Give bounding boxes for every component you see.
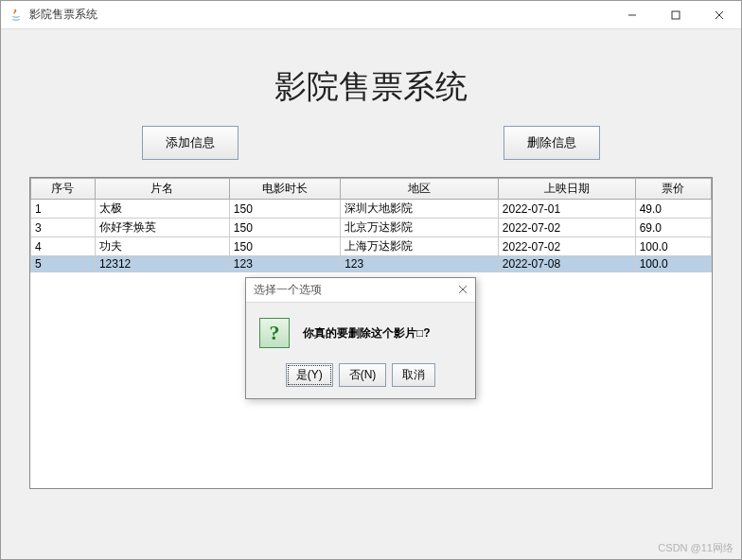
table-row[interactable]: 4功夫150上海万达影院2022-07-02100.0 [31, 237, 712, 256]
table-cell[interactable]: 上海万达影院 [341, 237, 499, 256]
yes-button[interactable]: 是(Y) [286, 363, 333, 387]
table-cell[interactable]: 功夫 [95, 237, 229, 256]
col-duration[interactable]: 电影时长 [229, 179, 340, 200]
table-cell[interactable]: 深圳大地影院 [341, 200, 499, 219]
java-icon [9, 8, 24, 23]
minimize-button[interactable] [610, 1, 654, 28]
table-cell[interactable]: 5 [31, 256, 96, 272]
close-button[interactable] [698, 1, 741, 28]
dialog-body: ? 你真的要删除这个影片□? 是(Y) 否(N) 取消 [246, 303, 475, 398]
delete-info-button[interactable]: 删除信息 [504, 126, 600, 160]
table-cell[interactable]: 4 [31, 237, 96, 256]
main-window: 影院售票系统 影院售票系统 添加信息 删除信息 序号 [0, 0, 742, 560]
table-cell[interactable]: 2022-07-02 [498, 237, 635, 256]
titlebar-left: 影院售票系统 [9, 7, 97, 23]
svg-rect-1 [672, 11, 680, 19]
cancel-button[interactable]: 取消 [392, 363, 435, 387]
table-row[interactable]: 1太极150深圳大地影院2022-07-0149.0 [31, 200, 712, 219]
table-cell[interactable]: 12312 [95, 256, 229, 272]
maximize-icon [671, 10, 680, 20]
table-header-row: 序号 片名 电影时长 地区 上映日期 票价 [31, 179, 712, 200]
dialog-message-row: ? 你真的要删除这个影片□? [259, 318, 462, 348]
close-icon [715, 10, 724, 20]
table-row[interactable]: 5123121231232022-07-08100.0 [31, 256, 712, 272]
dialog-titlebar: 选择一个选项 [246, 278, 475, 303]
titlebar: 影院售票系统 [1, 1, 741, 29]
table-cell[interactable]: 49.0 [635, 200, 711, 219]
table-cell[interactable]: 2022-07-02 [498, 219, 635, 237]
no-button[interactable]: 否(N) [339, 363, 387, 387]
table-cell[interactable]: 150 [229, 200, 340, 219]
dialog-title-text: 选择一个选项 [254, 282, 322, 298]
col-name[interactable]: 片名 [95, 179, 229, 200]
content-area: 影院售票系统 添加信息 删除信息 序号 片名 电影时长 地区 上映日期 票价 1… [1, 29, 741, 508]
confirm-dialog: 选择一个选项 ? 你真的要删除这个影片□? 是(Y) 否(N) 取消 [245, 277, 476, 399]
window-controls [610, 1, 741, 28]
question-icon: ? [259, 318, 290, 348]
add-info-button[interactable]: 添加信息 [142, 126, 238, 160]
col-price[interactable]: 票价 [635, 179, 711, 200]
window-title: 影院售票系统 [29, 7, 97, 23]
table-row[interactable]: 3你好李焕英150北京万达影院2022-07-0269.0 [31, 219, 712, 237]
table-cell[interactable]: 北京万达影院 [341, 219, 499, 237]
table-cell[interactable]: 3 [31, 219, 96, 237]
table-cell[interactable]: 2022-07-01 [498, 200, 635, 219]
minimize-icon [627, 10, 637, 20]
close-icon [458, 285, 468, 294]
movie-table[interactable]: 序号 片名 电影时长 地区 上映日期 票价 1太极150深圳大地影院2022-0… [30, 178, 712, 272]
table-cell[interactable]: 太极 [95, 200, 229, 219]
table-cell[interactable]: 69.0 [635, 219, 711, 237]
watermark: CSDN @11网络 [658, 541, 733, 555]
button-row: 添加信息 删除信息 [29, 126, 713, 160]
table-cell[interactable]: 123 [229, 256, 340, 272]
table-cell[interactable]: 150 [229, 219, 340, 237]
col-seq[interactable]: 序号 [31, 179, 96, 200]
table-cell[interactable]: 1 [31, 200, 96, 219]
table-cell[interactable]: 你好李焕英 [95, 219, 229, 237]
col-region[interactable]: 地区 [341, 179, 499, 200]
table-cell[interactable]: 123 [341, 256, 499, 272]
dialog-close-button[interactable] [458, 284, 468, 297]
table-cell[interactable]: 2022-07-08 [498, 256, 635, 272]
dialog-button-row: 是(Y) 否(N) 取消 [259, 363, 462, 387]
col-date[interactable]: 上映日期 [498, 179, 635, 200]
maximize-button[interactable] [654, 1, 698, 28]
table-cell[interactable]: 100.0 [635, 256, 711, 272]
page-title: 影院售票系统 [29, 65, 713, 109]
table-cell[interactable]: 150 [229, 237, 340, 256]
table-cell[interactable]: 100.0 [635, 237, 711, 256]
dialog-message: 你真的要删除这个影片□? [303, 325, 431, 341]
table-body: 1太极150深圳大地影院2022-07-0149.03你好李焕英150北京万达影… [31, 200, 712, 272]
